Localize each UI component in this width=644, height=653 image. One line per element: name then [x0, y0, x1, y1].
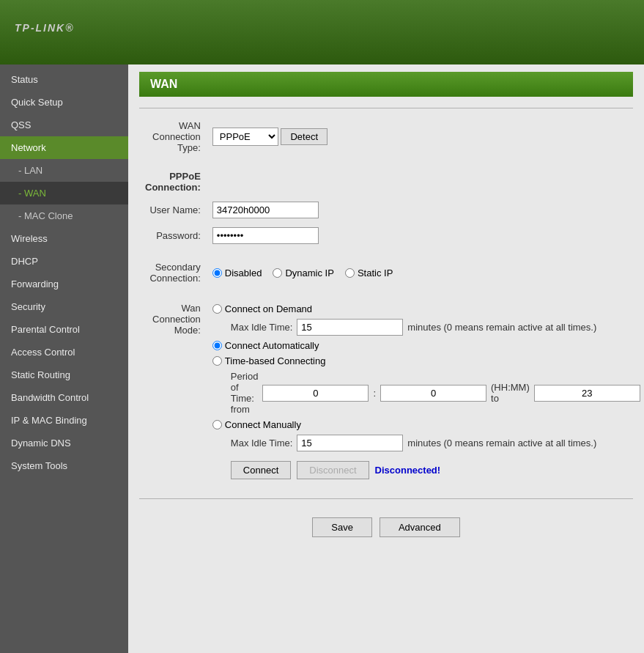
bottom-buttons: Save Advanced [139, 506, 633, 548]
action-buttons-row: Connect Disconnect Disconnected! [212, 454, 644, 487]
period-label: Period of Time: from [231, 371, 259, 415]
connect-automatically-option[interactable]: Connect Automatically [212, 340, 319, 351]
time-based-option[interactable]: Time-based Connecting [212, 355, 326, 366]
username-input[interactable] [212, 202, 319, 218]
secondary-disabled-option[interactable]: Disabled [212, 268, 262, 278]
time-to-h-input[interactable] [534, 385, 640, 402]
content-area: WAN WAN Connection Type: PPPoE Detect [128, 64, 644, 653]
secondary-dynamic-radio[interactable] [273, 268, 282, 278]
sidebar-item-ip-mac-binding[interactable]: IP & MAC Binding [0, 409, 128, 432]
sidebar-item-parental-control[interactable]: Parental Control [0, 318, 128, 341]
connect-automatically-label: Connect Automatically [225, 340, 319, 351]
time-based-radio[interactable] [212, 356, 222, 366]
wan-mode-label: Wan Connection Mode: [139, 297, 207, 491]
password-input[interactable] [212, 227, 319, 244]
wan-form: WAN Connection Type: PPPoE Detect PPPoE … [139, 116, 644, 491]
logo: TP-LINK® [15, 19, 75, 46]
sidebar-item-security[interactable]: Security [0, 295, 128, 318]
secondary-radio-group: Disabled Dynamic IP Static IP [212, 268, 644, 278]
disconnect-button[interactable]: Disconnect [297, 461, 369, 479]
connect-automatically-row: Connect Automatically [212, 338, 644, 353]
password-row: Password: [139, 223, 644, 248]
save-button[interactable]: Save [312, 517, 372, 537]
hhmm1-label: (HH:MM) to [491, 382, 530, 404]
connect-manually-radio[interactable] [212, 420, 222, 429]
page-title: WAN [150, 78, 177, 90]
wan-type-controls: PPPoE Detect [207, 116, 644, 158]
secondary-static-option[interactable]: Static IP [345, 268, 393, 278]
secondary-label: Secondary Connection: [139, 257, 207, 288]
max-idle-suffix2: minutes (0 means remain active at all ti… [407, 438, 596, 449]
password-label: Password: [139, 223, 207, 248]
sidebar-item-dhcp[interactable]: DHCP [0, 250, 128, 273]
sidebar-item-quick-setup[interactable]: Quick Setup [0, 91, 128, 114]
sidebar-item-wan[interactable]: - WAN [0, 182, 128, 204]
secondary-dynamic-option[interactable]: Dynamic IP [273, 268, 333, 278]
sidebar-item-network[interactable]: Network [0, 136, 128, 159]
connect-on-demand-radio[interactable] [212, 304, 222, 314]
connect-on-demand-option[interactable]: Connect on Demand [212, 303, 312, 314]
page-title-bar: WAN [139, 72, 633, 97]
sidebar-item-dynamic-dns[interactable]: Dynamic DNS [0, 432, 128, 454]
header: TP-LINK® [0, 0, 644, 64]
max-idle-input2[interactable] [297, 435, 403, 451]
max-idle-time2-row: Max Idle Time: minutes (0 means remain a… [212, 432, 644, 454]
secondary-disabled-label: Disabled [225, 268, 262, 278]
max-idle-label2: Max Idle Time: [231, 438, 293, 449]
connect-manually-row: Connect Manually [212, 417, 644, 432]
max-idle-time-row: Max Idle Time: minutes (0 means remain a… [212, 317, 644, 338]
connection-mode-row: Wan Connection Mode: Connect on Demand M… [139, 297, 644, 491]
time-based-row: Time-based Connecting [212, 353, 644, 369]
sidebar-item-system-tools[interactable]: System Tools [0, 454, 128, 477]
sidebar-item-lan[interactable]: - LAN [0, 159, 128, 182]
secondary-static-radio[interactable] [345, 268, 355, 278]
sidebar-item-forwarding[interactable]: Forwarding [0, 273, 128, 295]
logo-suffix: ® [65, 22, 74, 34]
max-idle-input[interactable] [297, 319, 403, 336]
disconnected-status: Disconnected! [375, 465, 441, 476]
top-divider [139, 108, 633, 108]
time-from-m-input[interactable] [380, 385, 486, 402]
connect-automatically-radio[interactable] [212, 341, 222, 350]
secondary-connection-row: Secondary Connection: Disabled Dynamic I… [139, 257, 644, 288]
sidebar-item-static-routing[interactable]: Static Routing [0, 364, 128, 386]
main-layout: Status Quick Setup QSS Network - LAN - W… [0, 64, 644, 653]
username-row: User Name: [139, 197, 644, 223]
connect-button[interactable]: Connect [231, 461, 291, 479]
connect-manually-option[interactable]: Connect Manually [212, 419, 301, 430]
detect-button[interactable]: Detect [281, 128, 327, 145]
colon1: : [373, 388, 376, 399]
connect-on-demand-label: Connect on Demand [225, 303, 312, 314]
sidebar-item-qss[interactable]: QSS [0, 114, 128, 136]
sidebar-item-status[interactable]: Status [0, 68, 128, 91]
sidebar-item-access-control[interactable]: Access Control [0, 341, 128, 364]
max-idle-suffix: minutes (0 means remain active at all ti… [407, 322, 596, 333]
sidebar-item-mac-clone[interactable]: - MAC Clone [0, 204, 128, 227]
secondary-disabled-radio[interactable] [212, 268, 222, 278]
wan-type-row: WAN Connection Type: PPPoE Detect [139, 116, 644, 158]
bottom-divider [139, 498, 633, 499]
pppoe-header-row: PPPoE Connection: [139, 166, 644, 197]
wan-type-select[interactable]: PPPoE [212, 128, 278, 146]
sidebar: Status Quick Setup QSS Network - LAN - W… [0, 64, 128, 653]
time-based-label: Time-based Connecting [225, 355, 326, 366]
secondary-static-label: Static IP [358, 268, 393, 278]
username-label: User Name: [139, 197, 207, 223]
connect-on-demand-row: Connect on Demand [212, 301, 644, 317]
pppoe-label: PPPoE Connection: [139, 166, 207, 197]
period-row: Period of Time: from : (HH:MM) to : (HH:… [212, 369, 644, 417]
time-from-h-input[interactable] [262, 385, 369, 402]
secondary-dynamic-label: Dynamic IP [285, 268, 333, 278]
wan-type-label: WAN Connection Type: [139, 116, 207, 158]
connect-manually-label: Connect Manually [225, 419, 301, 430]
logo-text: TP-LINK [15, 22, 65, 34]
sidebar-item-wireless[interactable]: Wireless [0, 227, 128, 250]
sidebar-item-bandwidth-control[interactable]: Bandwidth Control [0, 386, 128, 409]
max-idle-label: Max Idle Time: [231, 322, 293, 333]
advanced-button[interactable]: Advanced [380, 517, 460, 537]
